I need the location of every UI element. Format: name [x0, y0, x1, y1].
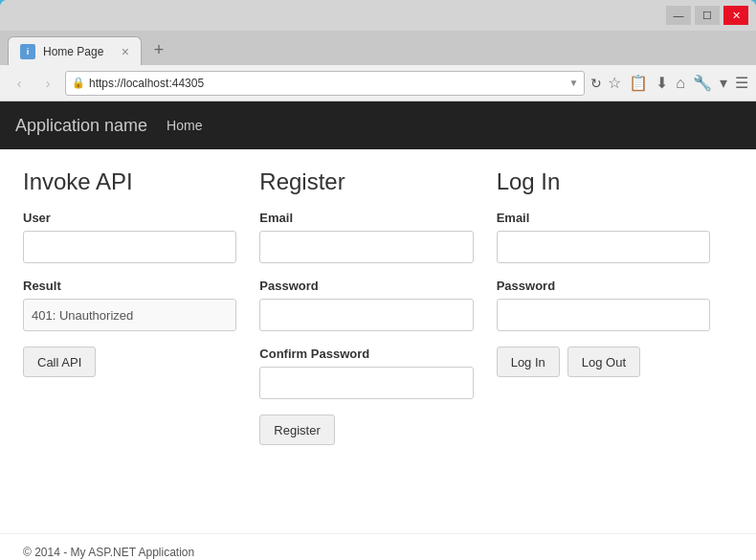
app-navbar: Application name Home [0, 101, 756, 149]
restore-button[interactable]: ☐ [695, 6, 720, 25]
user-field-group: User [23, 211, 236, 263]
result-field-group: Result 401: Unauthorized [23, 279, 236, 331]
register-confirm-label: Confirm Password [259, 347, 473, 361]
register-section: Register Email Password Confirm Password… [259, 168, 496, 506]
tab-favicon: i [20, 44, 35, 59]
result-label: Result [23, 279, 236, 293]
download-icon[interactable]: ⬇ [656, 74, 668, 92]
login-email-group: Email [497, 211, 710, 263]
login-button[interactable]: Log In [497, 347, 560, 377]
title-bar: — ☐ ✕ [0, 0, 756, 31]
bookmark-icon[interactable]: ☆ [608, 74, 621, 92]
nav-home-link[interactable]: Home [167, 118, 202, 133]
register-password-label: Password [259, 279, 473, 293]
login-email-input[interactable] [497, 231, 710, 263]
dropdown-icon[interactable]: ▾ [720, 74, 727, 92]
register-email-label: Email [259, 211, 473, 225]
login-section: Log In Email Password Log In Log Out [497, 168, 733, 506]
footer-text: © 2014 - My ASP.NET Application [23, 546, 194, 559]
lock-icon: 🔒 [72, 77, 85, 89]
forward-button[interactable]: › [36, 72, 59, 95]
register-password-input[interactable] [259, 299, 473, 331]
user-input[interactable] [23, 231, 236, 263]
invoke-api-title: Invoke API [23, 168, 236, 195]
menu-icon[interactable]: ☰ [735, 74, 748, 92]
footer: © 2014 - My ASP.NET Application [0, 533, 756, 560]
sections-row: Invoke API User Result 401: Unauthorized… [23, 168, 733, 506]
address-dropdown-icon: ▼ [568, 78, 578, 88]
tab-bar: i Home Page × + [0, 31, 756, 65]
minimize-button[interactable]: — [666, 6, 691, 25]
login-password-label: Password [497, 279, 710, 293]
logout-button[interactable]: Log Out [567, 347, 640, 377]
window-controls: — ☐ ✕ [666, 6, 748, 25]
app-wrapper: Application name Home Invoke API User Re… [0, 101, 756, 560]
invoke-api-section: Invoke API User Result 401: Unauthorized… [23, 168, 259, 506]
app-content: Invoke API User Result 401: Unauthorized… [0, 149, 756, 526]
result-box: 401: Unauthorized [23, 299, 236, 331]
refresh-button[interactable]: ↻ [590, 76, 602, 91]
url-text: https://localhost:44305 [89, 77, 565, 90]
tab-title: Home Page [43, 45, 103, 58]
tab-close-button[interactable]: × [122, 45, 129, 58]
call-api-button[interactable]: Call API [23, 347, 96, 377]
user-label: User [23, 211, 236, 225]
register-password-group: Password [259, 279, 473, 331]
register-email-input[interactable] [259, 231, 473, 263]
login-password-input[interactable] [497, 299, 710, 331]
new-tab-button[interactable]: + [145, 36, 172, 63]
login-password-group: Password [497, 279, 710, 331]
toolbar-icons: ☆ 📋 ⬇ ⌂ 🔧 ▾ ☰ [608, 74, 748, 92]
register-confirm-group: Confirm Password [259, 347, 473, 399]
register-confirm-input[interactable] [259, 367, 473, 399]
tools-icon[interactable]: 🔧 [693, 74, 712, 92]
back-button[interactable]: ‹ [8, 72, 31, 95]
active-tab[interactable]: i Home Page × [8, 36, 142, 65]
address-bar-row: ‹ › 🔒 https://localhost:44305 ▼ ↻ ☆ 📋 ⬇ … [0, 65, 756, 101]
register-button[interactable]: Register [259, 414, 334, 445]
app-name: Application name [15, 116, 147, 136]
register-email-group: Email [259, 211, 473, 263]
register-title: Register [259, 168, 473, 195]
close-button[interactable]: ✕ [723, 6, 748, 25]
login-email-label: Email [497, 211, 710, 225]
login-title: Log In [497, 168, 710, 195]
clipboard-icon[interactable]: 📋 [629, 74, 648, 92]
home-icon[interactable]: ⌂ [676, 75, 685, 92]
address-bar[interactable]: 🔒 https://localhost:44305 ▼ [65, 71, 585, 96]
